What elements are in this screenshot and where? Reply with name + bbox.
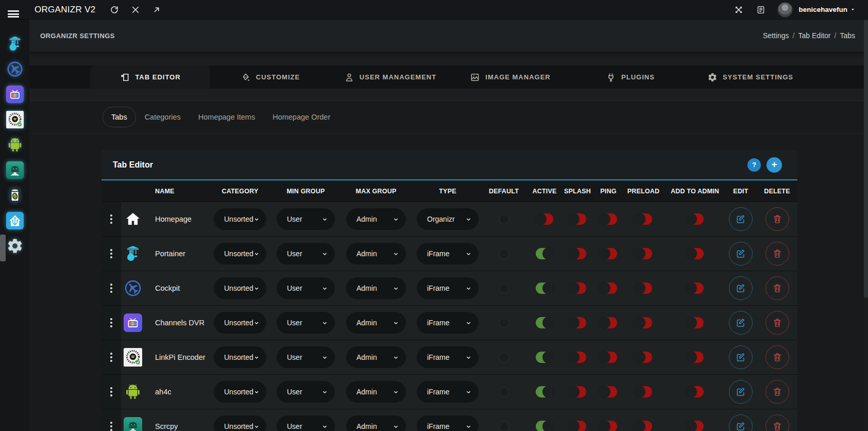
close-icon[interactable] <box>131 5 140 14</box>
max-group-select[interactable]: Admin <box>346 416 406 431</box>
subtab-categories[interactable]: Categories <box>136 107 190 127</box>
add-to-admin-toggle[interactable] <box>686 386 704 397</box>
category-select[interactable]: Unsorted <box>214 277 266 299</box>
delete-button[interactable] <box>765 380 789 404</box>
drag-handle[interactable] <box>101 340 121 374</box>
preload-toggle[interactable] <box>635 283 652 294</box>
page-scrollbar[interactable] <box>864 20 868 431</box>
ping-toggle[interactable] <box>600 386 617 397</box>
tab-plugins[interactable]: PLUGINS <box>570 65 690 89</box>
splash-toggle[interactable] <box>569 317 586 328</box>
default-radio[interactable] <box>499 249 509 259</box>
category-select[interactable]: Unsorted <box>214 208 266 230</box>
splash-toggle[interactable] <box>569 248 586 259</box>
edit-button[interactable] <box>729 276 753 300</box>
active-toggle[interactable] <box>536 421 553 431</box>
cockpit-icon[interactable] <box>6 60 24 78</box>
channels-dvr-icon[interactable] <box>6 86 24 103</box>
edit-button[interactable] <box>729 345 753 369</box>
expand-icon[interactable] <box>734 5 743 14</box>
min-group-select[interactable]: User <box>277 312 335 334</box>
hamburger-menu-icon[interactable] <box>8 10 19 19</box>
delete-button[interactable] <box>765 345 789 369</box>
add-tab-button[interactable]: + <box>767 157 782 173</box>
min-group-select[interactable]: User <box>277 346 335 368</box>
drag-handle[interactable] <box>101 375 121 409</box>
add-to-admin-toggle[interactable] <box>686 352 704 363</box>
settings-gear-icon[interactable] <box>6 237 24 255</box>
ping-toggle[interactable] <box>600 421 617 431</box>
active-toggle[interactable] <box>536 386 553 397</box>
ping-toggle[interactable] <box>600 352 617 363</box>
max-group-select[interactable]: Admin <box>346 346 406 368</box>
subtab-homepage-order[interactable]: Homepage Order <box>264 107 339 127</box>
drag-handle[interactable] <box>101 237 121 271</box>
min-group-select[interactable]: User <box>277 208 335 230</box>
min-group-select[interactable]: User <box>277 416 335 431</box>
active-toggle[interactable] <box>536 213 553 225</box>
ping-toggle[interactable] <box>600 213 617 225</box>
drag-handle[interactable] <box>101 409 121 431</box>
subtab-tabs[interactable]: Tabs <box>103 107 136 127</box>
splash-toggle[interactable] <box>569 386 586 397</box>
page-scrollbar-thumb[interactable] <box>864 20 868 298</box>
avatar[interactable] <box>777 2 793 18</box>
category-select[interactable]: Unsorted <box>214 381 266 403</box>
category-select[interactable]: Unsorted <box>214 346 266 368</box>
type-select[interactable]: Organizr <box>417 208 479 230</box>
preload-toggle[interactable] <box>635 213 652 225</box>
category-select[interactable]: Unsorted <box>214 312 266 334</box>
refresh-icon[interactable] <box>110 5 119 14</box>
user-menu[interactable]: benicehavefun <box>798 6 856 13</box>
subtab-homepage-items[interactable]: Homepage Items <box>190 107 264 127</box>
tab-customize[interactable]: CUSTOMIZE <box>210 65 330 89</box>
preload-toggle[interactable] <box>635 248 652 259</box>
max-group-select[interactable]: Admin <box>346 312 406 334</box>
min-group-select[interactable]: User <box>277 277 335 299</box>
portainer-icon[interactable] <box>6 35 24 53</box>
ping-toggle[interactable] <box>600 317 617 328</box>
max-group-select[interactable]: Admin <box>346 381 406 403</box>
min-group-select[interactable]: User <box>277 243 335 264</box>
add-to-admin-toggle[interactable] <box>686 317 704 328</box>
breadcrumb-link-tab-editor[interactable]: Tab Editor <box>798 31 830 40</box>
type-select[interactable]: iFrame <box>417 416 479 431</box>
tab-user-management[interactable]: USER MANAGEMENT <box>330 65 450 89</box>
sidebar-scrollbar[interactable] <box>0 235 6 261</box>
edit-button[interactable] <box>729 380 753 404</box>
linkpi-icon[interactable] <box>6 111 24 128</box>
type-select[interactable]: iFrame <box>417 277 479 299</box>
category-select[interactable]: Unsorted <box>214 243 266 264</box>
android-icon[interactable] <box>6 136 24 154</box>
preload-toggle[interactable] <box>635 317 652 328</box>
tab-system-settings[interactable]: SYSTEM SETTINGS <box>690 65 810 89</box>
delete-button[interactable] <box>765 415 789 431</box>
default-radio[interactable] <box>499 422 509 431</box>
default-radio[interactable] <box>499 318 509 328</box>
delete-button[interactable] <box>765 311 789 335</box>
delete-button[interactable] <box>765 242 789 266</box>
drag-handle[interactable] <box>101 271 121 305</box>
splash-toggle[interactable] <box>569 352 586 363</box>
add-to-admin-toggle[interactable] <box>686 248 704 259</box>
active-toggle[interactable] <box>536 352 553 363</box>
breadcrumb-link-tabs[interactable]: Tabs <box>840 31 855 40</box>
tab-tab-editor[interactable]: TAB EDITOR <box>90 65 210 89</box>
add-to-admin-toggle[interactable] <box>686 283 704 294</box>
type-select[interactable]: iFrame <box>417 346 479 368</box>
default-radio[interactable] <box>499 214 509 224</box>
tab-image-manager[interactable]: IMAGE MANAGER <box>450 65 570 89</box>
type-select[interactable]: iFrame <box>417 243 479 264</box>
preload-toggle[interactable] <box>635 421 652 431</box>
edit-button[interactable] <box>729 415 753 431</box>
category-select[interactable]: Unsorted <box>214 416 266 431</box>
max-group-select[interactable]: Admin <box>346 243 406 264</box>
changelog-icon[interactable] <box>756 5 765 14</box>
olivetin-icon[interactable] <box>6 187 24 204</box>
preload-toggle[interactable] <box>635 352 652 363</box>
max-group-select[interactable]: Admin <box>346 277 406 299</box>
delete-button[interactable] <box>765 207 789 231</box>
delete-button[interactable] <box>765 276 789 300</box>
splash-toggle[interactable] <box>569 421 586 431</box>
min-group-select[interactable]: User <box>277 381 335 403</box>
